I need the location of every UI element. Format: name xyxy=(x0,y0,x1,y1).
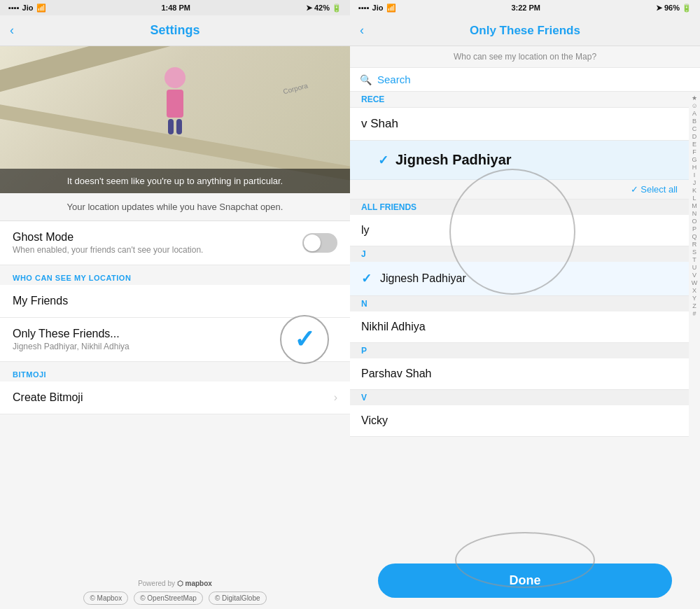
only-these-friends-sublabel: Jignesh Padhiyar, Nikhil Adhiya xyxy=(13,342,130,351)
section-p: P xyxy=(350,343,689,358)
my-friends-row[interactable]: My Friends xyxy=(0,285,350,318)
highlighted-check: ✓ xyxy=(378,153,388,168)
location-icon-right: ➤ xyxy=(656,4,662,13)
bitmoji-legs xyxy=(154,119,196,134)
footer-link-dg: © DigitalGlobe xyxy=(209,592,267,605)
search-label: Search xyxy=(377,74,411,85)
wifi-icon-left: 📶 xyxy=(36,4,46,13)
ghost-mode-label: Ghost Mode xyxy=(13,231,302,244)
parshav-name: Parshav Shah xyxy=(361,368,432,380)
back-button-right[interactable]: ‹ xyxy=(360,23,364,38)
nav-title-left: Settings xyxy=(150,23,200,38)
wifi-icon-right: 📶 xyxy=(386,4,396,13)
friend-list: RECE v Shah ✓ Jignesh Padhiyar ✓ Select … xyxy=(350,92,689,558)
location-icon-left: ➤ xyxy=(306,4,312,13)
map-area: Corpora It doesn't seem like you're up t… xyxy=(0,46,350,193)
who-can-see-header: WHO CAN SEE MY LOCATION xyxy=(0,265,350,285)
bitmoji-body xyxy=(167,90,183,118)
right-status-right: ➤ 96% 🔋 xyxy=(656,4,692,13)
signal-icon: ▪▪▪▪ xyxy=(8,4,20,12)
my-friends-text: My Friends xyxy=(13,295,68,307)
search-bar[interactable]: 🔍 Search xyxy=(350,68,700,92)
mapbox-logo: ⬡ mapbox xyxy=(177,580,212,587)
right-status-left: ➤ 42% 🔋 xyxy=(306,4,342,13)
create-bitmoji-label: Create Bitmoji xyxy=(13,391,83,404)
bitmoji-avatar xyxy=(154,67,196,137)
map-caption: It doesn't seem like you're up to anythi… xyxy=(0,169,350,193)
nav-bar-left: ‹ Settings xyxy=(0,15,350,46)
bitmoji-header: BITMOJI xyxy=(0,362,350,382)
nikhil-name: Nikhil Adhiya xyxy=(361,321,426,333)
chevron-icon: › xyxy=(334,391,337,404)
footer-link-osm: © OpenStreetMap xyxy=(134,592,203,605)
friend-list-container: RECE v Shah ✓ Jignesh Padhiyar ✓ Select … xyxy=(350,92,700,558)
only-these-friends-label: Only These Friends... xyxy=(13,328,130,340)
select-all-bar: ✓ Select all xyxy=(350,180,689,200)
ghost-mode-sublabel: When enabled, your friends can't see you… xyxy=(13,245,302,255)
location-update-text: Your location updates while you have Sna… xyxy=(0,193,350,221)
my-friends-label: My Friends xyxy=(13,295,68,307)
checkmark-icon: ✓ xyxy=(294,325,315,354)
powered-by-text: Powered by ⬡ mapbox xyxy=(138,580,212,587)
jignesh-name: Jignesh Padhiyar xyxy=(380,272,466,285)
footer-logos: Powered by ⬡ mapbox © Mapbox © OpenStree… xyxy=(0,573,350,609)
selected-check-circle: ✓ xyxy=(280,315,329,364)
powered-by-label: Powered by xyxy=(138,580,175,587)
bitmoji-leg-left xyxy=(168,119,174,134)
carrier-left: Jio xyxy=(22,4,34,12)
nav-bar-right: ‹ Only These Friends xyxy=(350,15,700,46)
bitmoji-head xyxy=(164,67,186,88)
select-all-button[interactable]: ✓ Select all xyxy=(631,184,678,195)
section-j: J xyxy=(350,246,689,262)
alphabet-index[interactable]: ★ ☺ A B C D E F G H I J K L M N O P Q R … xyxy=(689,92,700,558)
signal-icon-right: ▪▪▪▪ xyxy=(358,4,370,12)
subtitle-bar: Who can see my location on the Map? xyxy=(350,46,700,68)
nikhil-row[interactable]: Nikhil Adhiya xyxy=(350,312,689,343)
done-button[interactable]: Done xyxy=(378,564,672,598)
vicky-row[interactable]: Vicky xyxy=(350,405,689,437)
footer-link-mapbox: © Mapbox xyxy=(83,592,128,605)
only-these-friends-row[interactable]: Only These Friends... Jignesh Padhiyar, … xyxy=(0,318,350,362)
status-bar-right: ▪▪▪▪ Jio 📶 3:22 PM ➤ 96% 🔋 xyxy=(350,0,700,15)
left-status-left: ▪▪▪▪ Jio 📶 xyxy=(8,4,46,13)
create-bitmoji-row[interactable]: Create Bitmoji › xyxy=(0,382,350,414)
recent-label: RECE xyxy=(361,94,384,104)
time-left: 1:48 PM xyxy=(161,4,190,12)
time-right: 3:22 PM xyxy=(511,4,540,12)
battery-left: 42% xyxy=(314,4,330,12)
highlighted-jignesh-name: Jignesh Padhiyar xyxy=(396,152,512,168)
parshav-row[interactable]: Parshav Shah xyxy=(350,358,689,390)
battery-icon-left: 🔋 xyxy=(332,4,342,13)
ghost-mode-toggle[interactable] xyxy=(302,233,337,253)
highlighted-jignesh-row[interactable]: ✓ Jignesh Padhiyar xyxy=(350,141,689,180)
search-icon: 🔍 xyxy=(360,74,372,85)
jignesh-check: ✓ xyxy=(361,271,372,286)
create-bitmoji-text: Create Bitmoji xyxy=(13,391,83,404)
map-road-label: Corpora xyxy=(282,82,309,96)
section-n: N xyxy=(350,296,689,312)
left-phone: ▪▪▪▪ Jio 📶 1:48 PM ➤ 42% 🔋 ‹ Settings Co… xyxy=(0,0,350,609)
all-friends-header: ALL FRIENDS xyxy=(350,200,689,215)
status-bar-left: ▪▪▪▪ Jio 📶 1:48 PM ➤ 42% 🔋 xyxy=(0,0,350,15)
done-section: Done xyxy=(350,558,700,609)
partial-friend-row[interactable]: ly xyxy=(350,215,689,246)
only-these-friends-text: Only These Friends... Jignesh Padhiyar, … xyxy=(13,328,130,351)
right-phone: ▪▪▪▪ Jio 📶 3:22 PM ➤ 96% 🔋 ‹ Only These … xyxy=(350,0,700,609)
carrier-right: Jio xyxy=(372,4,384,12)
battery-icon-right: 🔋 xyxy=(682,4,692,13)
bitmoji-leg-right xyxy=(176,119,182,134)
vicky-name: Vicky xyxy=(361,414,388,427)
ghost-mode-section: Ghost Mode When enabled, your friends ca… xyxy=(0,221,350,265)
partial-name-row: v Shah xyxy=(350,108,689,141)
back-button-left[interactable]: ‹ xyxy=(10,23,14,38)
jignesh-row[interactable]: ✓ Jignesh Padhiyar xyxy=(350,262,689,296)
recent-section-header: RECE xyxy=(350,92,689,108)
nav-title-right: Only These Friends xyxy=(470,24,580,38)
footer-links: © Mapbox © OpenStreetMap © DigitalGlobe xyxy=(83,592,266,605)
partial-friend-name: ly xyxy=(361,224,370,237)
battery-right: 96% xyxy=(664,4,680,12)
left-status-right: ▪▪▪▪ Jio 📶 xyxy=(358,4,396,13)
ghost-mode-inner: Ghost Mode When enabled, your friends ca… xyxy=(13,231,302,255)
toggle-knob xyxy=(304,234,321,251)
section-v: V xyxy=(350,390,689,405)
